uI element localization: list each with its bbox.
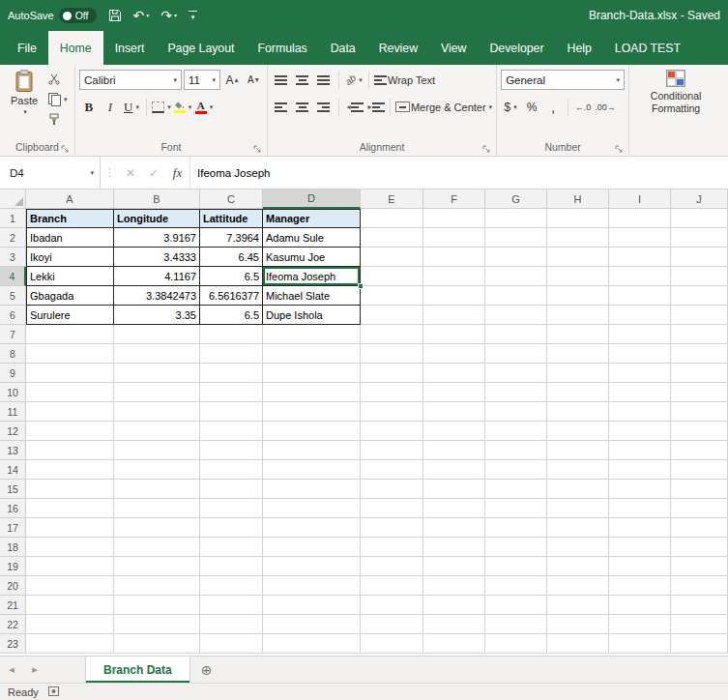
cell-C10[interactable]	[200, 383, 263, 402]
cell-I23[interactable]	[609, 634, 671, 654]
cell-B3[interactable]: 3.4333	[114, 248, 200, 267]
cell-E12[interactable]	[361, 422, 423, 441]
cell-A7[interactable]	[26, 325, 114, 344]
cell-H23[interactable]	[547, 634, 609, 654]
cell-F8[interactable]	[423, 344, 485, 364]
row-header-11[interactable]: 11	[0, 402, 26, 422]
row-header-21[interactable]: 21	[0, 596, 26, 615]
cell-F1[interactable]	[423, 209, 485, 228]
cell-B11[interactable]	[114, 402, 200, 422]
formula-bar-handle[interactable]: ⋮	[101, 157, 119, 189]
cell-F14[interactable]	[423, 460, 485, 480]
cell-D17[interactable]	[263, 518, 361, 538]
cell-J11[interactable]	[671, 402, 728, 422]
cell-I12[interactable]	[609, 422, 671, 441]
row-header-19[interactable]: 19	[0, 557, 26, 576]
cell-C19[interactable]	[200, 557, 263, 576]
cell-E20[interactable]	[361, 576, 423, 596]
percent-style-button[interactable]: %	[522, 97, 541, 117]
tab-review[interactable]: Review	[367, 31, 429, 65]
cell-B15[interactable]	[114, 480, 200, 499]
wrap-text-button[interactable]: Wrap Text	[374, 70, 435, 90]
cell-G17[interactable]	[485, 518, 547, 538]
cell-J8[interactable]	[671, 344, 728, 364]
cell-J2[interactable]	[671, 228, 728, 248]
redo-dropdown-icon[interactable]: ▾	[174, 13, 177, 18]
cell-D10[interactable]	[263, 383, 361, 402]
cell-J1[interactable]	[671, 209, 728, 228]
cell-A11[interactable]	[26, 402, 114, 422]
cell-I14[interactable]	[609, 460, 671, 480]
cell-B2[interactable]: 3.9167	[114, 228, 200, 248]
cell-E9[interactable]	[361, 364, 423, 383]
italic-button[interactable]: I	[101, 97, 120, 117]
row-header-5[interactable]: 5	[0, 286, 26, 306]
cell-D22[interactable]	[263, 615, 361, 634]
column-header-J[interactable]: J	[671, 190, 728, 209]
cell-C23[interactable]	[200, 634, 263, 654]
cell-H7[interactable]	[547, 325, 609, 344]
cell-I10[interactable]	[609, 383, 671, 402]
cell-A20[interactable]	[26, 576, 114, 596]
cell-H16[interactable]	[547, 499, 609, 518]
cell-H21[interactable]	[547, 596, 609, 615]
cell-B5[interactable]: 3.3842473	[114, 286, 200, 306]
tab-home[interactable]: Home	[48, 31, 103, 65]
align-right-button[interactable]	[314, 97, 334, 117]
cell-G16[interactable]	[485, 499, 547, 518]
font-size-select[interactable]: 11 ▾	[184, 70, 220, 90]
cell-I13[interactable]	[609, 441, 671, 460]
cell-F19[interactable]	[423, 557, 485, 576]
cell-B18[interactable]	[114, 538, 200, 557]
cell-H15[interactable]	[547, 480, 609, 499]
customize-quick-access-button[interactable]: ▾	[189, 11, 197, 20]
paste-button[interactable]: Paste ▾	[4, 68, 44, 135]
decrease-indent-button[interactable]: ◂	[344, 97, 364, 117]
underline-dropdown-icon[interactable]: ▾	[135, 103, 139, 111]
cell-F10[interactable]	[423, 383, 485, 402]
cell-A10[interactable]	[26, 383, 114, 402]
sheet-nav-left-icon[interactable]: ◂	[0, 656, 23, 683]
row-header-18[interactable]: 18	[0, 538, 26, 557]
cell-D11[interactable]	[263, 402, 361, 422]
cell-G15[interactable]	[485, 480, 547, 499]
copy-button[interactable]: ▾	[48, 91, 68, 107]
tab-load-test[interactable]: LOAD TEST	[603, 31, 692, 65]
currency-dropdown-icon[interactable]: ▾	[513, 103, 517, 111]
cell-E6[interactable]	[361, 306, 423, 325]
tab-formulas[interactable]: Formulas	[246, 31, 318, 65]
column-header-G[interactable]: G	[485, 190, 547, 209]
column-header-F[interactable]: F	[423, 190, 485, 209]
cell-F13[interactable]	[423, 441, 485, 460]
row-header-4[interactable]: 4	[0, 267, 26, 286]
cell-H1[interactable]	[547, 209, 609, 228]
sheet-tab-branch-data[interactable]: Branch Data	[85, 656, 190, 683]
row-header-16[interactable]: 16	[0, 499, 26, 518]
cell-J13[interactable]	[671, 441, 728, 460]
cell-E8[interactable]	[361, 344, 423, 364]
row-header-1[interactable]: 1	[0, 209, 26, 228]
cell-I6[interactable]	[609, 306, 671, 325]
format-painter-button[interactable]	[48, 111, 68, 128]
cell-E11[interactable]	[361, 402, 423, 422]
cell-H14[interactable]	[547, 460, 609, 480]
cell-J18[interactable]	[671, 538, 728, 557]
fill-handle[interactable]	[358, 283, 364, 289]
cell-E16[interactable]	[361, 499, 423, 518]
cell-F21[interactable]	[423, 596, 485, 615]
cell-F15[interactable]	[423, 480, 485, 499]
row-header-2[interactable]: 2	[0, 228, 26, 248]
row-header-12[interactable]: 12	[0, 422, 26, 441]
row-header-17[interactable]: 17	[0, 518, 26, 538]
cell-A12[interactable]	[26, 422, 114, 441]
cancel-icon[interactable]: ✕	[119, 157, 142, 189]
increase-decimal-button[interactable]: ←.0	[573, 97, 593, 117]
cell-C9[interactable]	[200, 364, 263, 383]
row-header-7[interactable]: 7	[0, 325, 26, 344]
cell-C18[interactable]	[200, 538, 263, 557]
cell-A3[interactable]: Ikoyi	[26, 248, 114, 267]
decrease-font-size-button[interactable]: A▾	[244, 70, 263, 90]
cell-C21[interactable]	[200, 596, 263, 615]
bottom-align-button[interactable]	[314, 70, 334, 90]
cell-G11[interactable]	[485, 402, 547, 422]
